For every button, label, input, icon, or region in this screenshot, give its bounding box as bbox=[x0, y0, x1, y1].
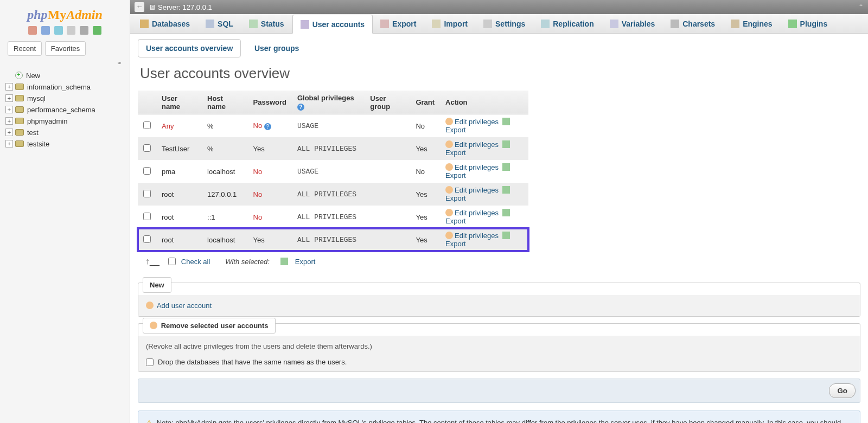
tree-db-label: mysql bbox=[27, 94, 46, 102]
tab-status[interactable]: Status bbox=[241, 14, 292, 33]
cell-privileges: ALL PRIVILEGES bbox=[292, 228, 365, 251]
check-all-checkbox[interactable] bbox=[168, 258, 176, 265]
cell-privileges: ALL PRIVILEGES bbox=[292, 137, 365, 160]
tab-import[interactable]: Import bbox=[424, 14, 476, 33]
note-box: ⚠ Note: phpMyAdmin gets the users' privi… bbox=[138, 411, 860, 423]
help-icon[interactable] bbox=[54, 26, 63, 35]
expand-icon[interactable]: + bbox=[5, 106, 13, 113]
expand-icon[interactable]: + bbox=[5, 140, 13, 148]
export-link[interactable]: Export bbox=[445, 126, 466, 134]
with-selected-label: With selected: bbox=[225, 258, 270, 266]
tree-db-information_schema[interactable]: +information_schema bbox=[5, 81, 125, 93]
tab-databases[interactable]: Databases bbox=[132, 14, 198, 33]
export-link[interactable]: Export bbox=[445, 171, 466, 180]
replication-icon bbox=[541, 20, 550, 28]
export-icon bbox=[280, 258, 288, 265]
cell-grant: Yes bbox=[410, 228, 440, 251]
export-link[interactable]: Export bbox=[445, 194, 466, 202]
row-checkbox[interactable] bbox=[143, 213, 151, 220]
tree-db-performance_schema[interactable]: +performance_schema bbox=[5, 104, 125, 116]
user-row: root127.0.0.1NoALL PRIVILEGESYesEdit pri… bbox=[138, 183, 528, 206]
settings-icon[interactable] bbox=[80, 26, 88, 35]
home-icon[interactable] bbox=[28, 26, 37, 35]
tab-user-accounts[interactable]: User accounts bbox=[292, 15, 373, 34]
collapse-icon[interactable]: ⌃ bbox=[858, 3, 864, 11]
cell-host: % bbox=[202, 137, 247, 160]
tree-new[interactable]: New bbox=[5, 70, 125, 81]
subtab-groups[interactable]: User groups bbox=[246, 39, 307, 57]
tab-label: SQL bbox=[218, 20, 233, 28]
bulk-export-link[interactable]: Export bbox=[295, 258, 316, 266]
row-checkbox[interactable] bbox=[143, 190, 151, 197]
edit-privileges-link[interactable]: Edit privileges bbox=[455, 186, 499, 194]
expand-icon[interactable]: + bbox=[5, 129, 13, 136]
drop-db-checkbox[interactable] bbox=[146, 358, 154, 366]
edit-privileges-link[interactable]: Edit privileges bbox=[455, 118, 499, 126]
logout-icon[interactable] bbox=[41, 26, 50, 35]
edit-priv-icon bbox=[445, 118, 453, 125]
help-icon[interactable]: ? bbox=[297, 104, 304, 111]
export-link[interactable]: Export bbox=[445, 217, 466, 225]
tree-db-test[interactable]: +test bbox=[5, 127, 125, 138]
row-checkbox[interactable] bbox=[143, 144, 151, 152]
tree-db-testsite[interactable]: +testsite bbox=[5, 138, 125, 150]
cell-grant: Yes bbox=[410, 183, 440, 206]
check-all-link[interactable]: Check all bbox=[181, 258, 210, 266]
tab-sql[interactable]: SQL bbox=[198, 14, 241, 33]
add-user-link[interactable]: Add user account bbox=[157, 302, 212, 310]
tab-settings[interactable]: Settings bbox=[476, 14, 533, 33]
export-icon bbox=[502, 186, 510, 194]
tabsbar: DatabasesSQLStatusUser accountsExportImp… bbox=[130, 14, 868, 34]
tab-charsets[interactable]: Charsets bbox=[663, 14, 723, 33]
warning-icon: ⚠ bbox=[146, 419, 152, 423]
row-checkbox[interactable] bbox=[143, 235, 151, 243]
expand-icon[interactable]: + bbox=[5, 117, 13, 125]
recent-tab[interactable]: Recent bbox=[8, 41, 42, 56]
tab-label: Engines bbox=[743, 20, 772, 28]
link-icon[interactable]: ⚭ bbox=[2, 59, 127, 67]
th-user[interactable]: User name bbox=[156, 91, 202, 114]
tab-replication[interactable]: Replication bbox=[533, 14, 602, 33]
th-password[interactable]: Password bbox=[248, 91, 292, 114]
back-button[interactable]: ← bbox=[135, 2, 144, 12]
sidebar-iconrow bbox=[2, 23, 127, 40]
export-link[interactable]: Export bbox=[445, 240, 466, 248]
cell-user: Any bbox=[156, 114, 202, 138]
cell-password: Yes bbox=[248, 228, 292, 251]
edit-privileges-link[interactable]: Edit privileges bbox=[455, 163, 499, 171]
tree-db-mysql[interactable]: +mysql bbox=[5, 93, 125, 104]
tab-export[interactable]: Export bbox=[373, 14, 424, 33]
go-button[interactable]: Go bbox=[829, 383, 856, 398]
tab-variables[interactable]: Variables bbox=[602, 14, 663, 33]
row-checkbox[interactable] bbox=[143, 167, 151, 175]
th-global[interactable]: Global privileges ? bbox=[292, 91, 365, 114]
tab-label: Import bbox=[444, 20, 468, 28]
cell-group bbox=[365, 183, 410, 206]
tree-db-phpmyadmin[interactable]: +phpmyadmin bbox=[5, 116, 125, 127]
edit-privileges-link[interactable]: Edit privileges bbox=[455, 209, 499, 217]
expand-icon[interactable]: + bbox=[5, 94, 13, 102]
row-checkbox[interactable] bbox=[143, 121, 151, 129]
th-group[interactable]: User group bbox=[365, 91, 410, 114]
logo[interactable]: phpMyAdmin bbox=[2, 4, 127, 23]
subtab-overview[interactable]: User accounts overview bbox=[138, 39, 241, 57]
reload-icon[interactable] bbox=[93, 26, 101, 35]
tab-engines[interactable]: Engines bbox=[723, 14, 780, 33]
remove-user-icon bbox=[150, 322, 157, 329]
help-icon[interactable]: ? bbox=[264, 123, 271, 130]
recent-favorites-tabs: Recent Favorites bbox=[2, 40, 127, 59]
th-host[interactable]: Host name bbox=[202, 91, 247, 114]
edit-privileges-link[interactable]: Edit privileges bbox=[455, 232, 499, 240]
status-icon bbox=[249, 20, 258, 28]
docs-icon[interactable] bbox=[67, 26, 75, 35]
expand-icon[interactable]: + bbox=[5, 83, 13, 91]
tab-plugins[interactable]: Plugins bbox=[781, 14, 836, 33]
edit-privileges-link[interactable]: Edit privileges bbox=[455, 140, 499, 149]
cell-action: Edit privileges Export bbox=[440, 228, 528, 251]
edit-priv-icon bbox=[445, 209, 453, 216]
favorites-tab[interactable]: Favorites bbox=[45, 41, 86, 56]
export-link[interactable]: Export bbox=[445, 149, 466, 157]
cell-grant: No bbox=[410, 114, 440, 138]
th-grant[interactable]: Grant bbox=[410, 91, 440, 114]
server-label[interactable]: Server: 127.0.0.1 bbox=[158, 3, 212, 11]
